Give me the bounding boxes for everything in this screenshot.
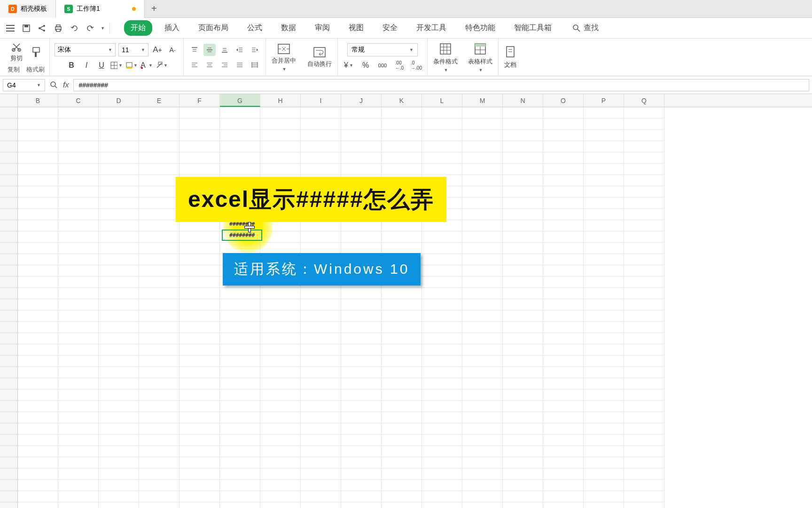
redo-button[interactable] [84, 22, 97, 35]
decrease-font-button[interactable]: A- [166, 44, 179, 56]
tab-templates-label: 稻壳模板 [21, 5, 47, 13]
merge-wrap-group: 合并居中▼ 自动换行 [266, 39, 338, 76]
menu-button[interactable] [4, 22, 17, 35]
svg-rect-20 [126, 63, 132, 67]
align-center-button[interactable] [203, 59, 216, 71]
cut-button[interactable]: 剪切 [9, 41, 23, 64]
tab-workbook[interactable]: S 工作簿1 [56, 0, 145, 18]
cells-area[interactable] [18, 107, 812, 508]
undo-button[interactable] [68, 22, 81, 35]
flame-icon: D [8, 5, 17, 13]
col-header-q[interactable]: Q [624, 94, 664, 107]
cell-cursor-icon [244, 222, 254, 231]
share-button[interactable] [36, 22, 49, 35]
col-header-o[interactable]: O [543, 94, 584, 107]
tab-smart-toolbox[interactable]: 智能工具箱 [508, 20, 558, 36]
tab-formula[interactable]: 公式 [241, 20, 269, 36]
border-button[interactable]: ▼ [110, 59, 123, 71]
align-top-button[interactable] [188, 44, 201, 56]
align-left-button[interactable] [188, 59, 201, 71]
svg-rect-10 [56, 29, 60, 32]
distribute-button[interactable] [249, 59, 261, 71]
font-size-select[interactable]: 11▼ [118, 43, 148, 56]
tab-insert[interactable]: 插入 [158, 20, 186, 36]
print-button[interactable] [52, 22, 65, 35]
save-button[interactable] [20, 22, 33, 35]
wrap-text-button[interactable]: 自动换行 [306, 46, 333, 69]
decrease-indent-button[interactable] [234, 44, 246, 56]
tab-home[interactable]: 开始 [124, 20, 152, 36]
col-header-l[interactable]: L [422, 94, 462, 107]
col-header-b[interactable]: B [18, 94, 58, 107]
col-header-d[interactable]: D [99, 94, 139, 107]
svg-rect-21 [126, 67, 132, 69]
row-headers [0, 107, 18, 508]
tab-view[interactable]: 视图 [342, 20, 370, 36]
fx-icon[interactable]: fx [63, 81, 69, 89]
tab-dev-tools[interactable]: 开发工具 [410, 20, 453, 36]
currency-button[interactable]: ¥▼ [343, 59, 355, 71]
underline-button[interactable]: U [95, 59, 108, 71]
window-tabs-bar: D 稻壳模板 S 工作簿1 + [0, 0, 812, 18]
conditional-format-button[interactable]: 条件格式▼ [432, 41, 459, 73]
col-header-c[interactable]: C [58, 94, 99, 107]
col-header-j[interactable]: J [341, 94, 382, 107]
align-middle-button[interactable] [203, 44, 216, 56]
search-icon [572, 24, 581, 32]
tab-security[interactable]: 安全 [376, 20, 404, 36]
table-style-button[interactable]: 表格样式▼ [467, 41, 493, 73]
svg-rect-4 [24, 25, 28, 27]
col-header-n[interactable]: N [503, 94, 543, 107]
col-header-k[interactable]: K [382, 94, 422, 107]
doc-group: 文档 [499, 39, 522, 76]
select-all-corner[interactable] [0, 94, 18, 107]
col-header-i[interactable]: I [301, 94, 341, 107]
tab-review[interactable]: 审阅 [308, 20, 336, 36]
increase-indent-button[interactable] [249, 44, 261, 56]
ribbon: 剪切 复制 格式刷 宋体▼ 11▼ A+ A- B I U ▼ ▼ A▼ [0, 39, 812, 76]
font-color-button[interactable]: A▼ [141, 59, 153, 71]
tab-page-layout[interactable]: 页面布局 [192, 20, 235, 36]
fill-color-button[interactable]: ▼ [125, 59, 138, 71]
unsaved-indicator-icon [132, 7, 136, 11]
svg-point-5 [43, 25, 45, 27]
increase-decimal-button[interactable]: .00←.0 [393, 59, 406, 71]
col-header-e[interactable]: E [139, 94, 180, 107]
font-family-select[interactable]: 宋体▼ [55, 43, 116, 56]
col-header-m[interactable]: M [462, 94, 503, 107]
col-header-g[interactable]: G [220, 94, 260, 107]
tab-special[interactable]: 特色功能 [459, 20, 502, 36]
format-painter-button[interactable] [29, 45, 43, 59]
col-header-h[interactable]: H [260, 94, 301, 107]
dropdown-icon[interactable]: ▼ [101, 26, 105, 31]
cell-reference-input[interactable]: G4▼ [3, 79, 45, 91]
clear-format-button[interactable]: ▼ [156, 59, 168, 71]
align-bottom-button[interactable] [219, 44, 231, 56]
tab-data[interactable]: 数据 [274, 20, 303, 36]
bold-button[interactable]: B [65, 59, 78, 71]
zoom-icon[interactable] [50, 81, 58, 89]
comma-button[interactable]: 000 [376, 59, 389, 71]
merge-cells-button[interactable]: 合并居中▼ [271, 42, 297, 72]
increase-font-button[interactable]: A+ [151, 44, 164, 56]
col-header-p[interactable]: P [584, 94, 624, 107]
search-button[interactable]: 查找 [572, 23, 599, 33]
number-format-select[interactable]: 常规▼ [347, 43, 418, 56]
decrease-decimal-button[interactable]: .0→.00 [410, 59, 422, 71]
tutorial-subtitle-banner: 适用系统：Windows 10 [223, 253, 421, 286]
spreadsheet-grid[interactable]: BCDEFGHIJKLMNOPQ ######## ######## #####… [0, 94, 812, 508]
justify-button[interactable] [234, 59, 246, 71]
italic-button[interactable]: I [80, 59, 93, 71]
copy-label[interactable]: 复制 [8, 65, 20, 74]
tab-templates[interactable]: D 稻壳模板 [0, 0, 56, 18]
svg-rect-1 [6, 28, 15, 29]
cell-g4-selected[interactable]: ######## [222, 230, 262, 241]
formula-input[interactable]: ######## [73, 79, 809, 91]
clipboard-group: 剪切 复制 格式刷 [3, 39, 50, 76]
document-button[interactable]: 文档 [503, 45, 517, 70]
align-right-button[interactable] [219, 59, 231, 71]
column-headers: BCDEFGHIJKLMNOPQ [0, 94, 812, 107]
new-tab-button[interactable]: + [145, 3, 164, 14]
percent-button[interactable]: % [359, 59, 372, 71]
col-header-f[interactable]: F [180, 94, 220, 107]
